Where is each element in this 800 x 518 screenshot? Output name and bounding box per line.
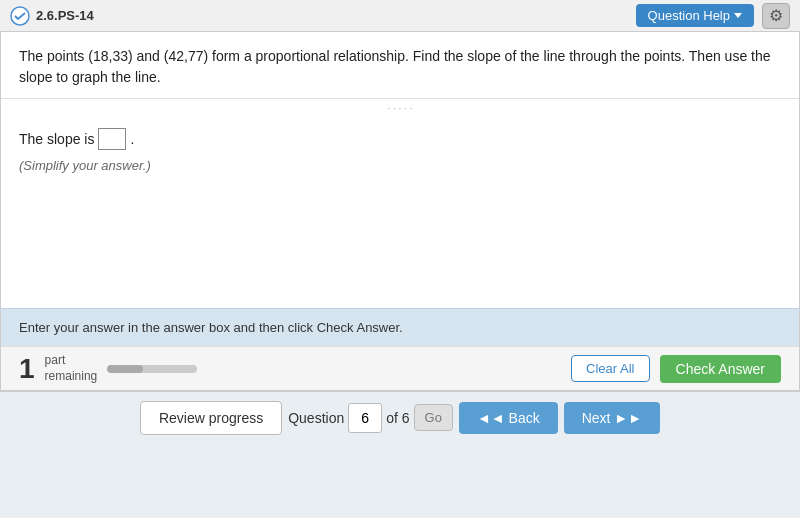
question-text: The points (18,33) and (42,77) form a pr… <box>1 32 799 99</box>
parts-number: 1 <box>19 355 35 383</box>
clear-all-button[interactable]: Clear All <box>571 355 649 382</box>
next-button[interactable]: Next ► ► <box>564 402 660 434</box>
gear-icon: ⚙ <box>769 6 783 25</box>
review-progress-button[interactable]: Review progress <box>140 401 282 435</box>
parts-label: part remaining <box>45 353 98 384</box>
back-arrow-icon: ◄ <box>477 410 491 426</box>
next-arrow-icon: ► <box>628 410 642 426</box>
main-content: The points (18,33) and (42,77) form a pr… <box>0 32 800 391</box>
question-help-button[interactable]: Question Help <box>636 4 754 27</box>
instruction-bar: Enter your answer in the answer box and … <box>1 308 799 346</box>
slope-answer-input[interactable] <box>98 128 126 150</box>
go-button[interactable]: Go <box>414 404 453 431</box>
chevron-down-icon <box>734 13 742 18</box>
check-answer-button[interactable]: Check Answer <box>660 355 781 383</box>
question-number-input[interactable] <box>348 403 382 433</box>
progress-bar <box>107 365 197 373</box>
check-circle-icon <box>10 6 30 26</box>
of-label: of 6 <box>386 410 409 426</box>
parts-bar: 1 part remaining Clear All Check Answer <box>1 346 799 390</box>
top-bar-right: Question Help ⚙ <box>636 3 790 29</box>
slope-prefix: The slope is <box>19 131 94 147</box>
drag-handle[interactable]: · · · · · <box>1 99 799 118</box>
progress-bar-fill <box>107 365 143 373</box>
settings-button[interactable]: ⚙ <box>762 3 790 29</box>
problem-id: 2.6.PS-14 <box>36 8 94 23</box>
question-label: Question <box>288 410 344 426</box>
nav-bar: Review progress Question of 6 Go ◄ ◄ Bac… <box>0 391 800 443</box>
simplify-hint: (Simplify your answer.) <box>19 158 781 173</box>
top-bar-left: 2.6.PS-14 <box>10 6 94 26</box>
answer-area: The slope is . (Simplify your answer.) <box>1 118 799 308</box>
top-bar: 2.6.PS-14 Question Help ⚙ <box>0 0 800 32</box>
back-button[interactable]: ◄ ◄ Back <box>459 402 558 434</box>
question-nav: Question of 6 Go <box>288 403 453 433</box>
slope-line: The slope is . <box>19 128 781 150</box>
